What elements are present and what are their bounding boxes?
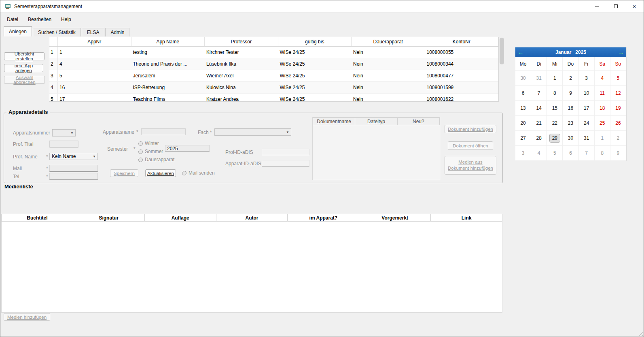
- calendar-day[interactable]: 19: [610, 100, 626, 116]
- calendar-day[interactable]: 5: [547, 145, 563, 161]
- media-column-header[interactable]: Auflage: [144, 214, 216, 222]
- media-column-header[interactable]: Link: [430, 214, 502, 222]
- apps-table-row[interactable]: 35JerusalemWiemer AxelWiSe 24/25Nein1008…: [49, 70, 498, 82]
- uebersicht-erstellen-button[interactable]: Übersicht erstellen: [4, 52, 44, 60]
- prof-name-combo[interactable]: Kein Name ▼: [49, 153, 98, 160]
- maximize-button[interactable]: [606, 0, 625, 12]
- semester-year-input[interactable]: [165, 145, 210, 152]
- dokument-oeffnen-button[interactable]: Dokument öffnen: [448, 141, 493, 150]
- apps-column-header[interactable]: App Name: [131, 37, 205, 46]
- calendar-day[interactable]: 1: [594, 130, 610, 146]
- calendar-day[interactable]: 26: [610, 115, 626, 131]
- apps-column-header[interactable]: AppNr: [58, 37, 131, 46]
- apps-column-header[interactable]: Professor: [205, 37, 278, 46]
- calendar-day[interactable]: 30: [515, 70, 531, 86]
- calendar-day[interactable]: 4: [531, 145, 547, 161]
- mail-senden-checkbox[interactable]: Mail senden: [182, 170, 215, 176]
- calendar-prev-button[interactable]: ←: [515, 47, 526, 57]
- apps-column-header[interactable]: Dauerapparat: [352, 37, 425, 46]
- calendar-day[interactable]: 17: [578, 100, 595, 116]
- speichern-button[interactable]: Speichern: [110, 169, 138, 177]
- apps-table-row[interactable]: 11testingKirchner TesterWiSe 24/25Nein10…: [49, 47, 498, 58]
- calendar-day[interactable]: 10: [578, 85, 595, 101]
- calendar-day[interactable]: 24: [578, 115, 595, 131]
- calendar-day[interactable]: 7: [578, 145, 595, 161]
- apps-table-row[interactable]: 517Teaching FilmsKratzer AndreaWiSe 24/2…: [49, 94, 498, 102]
- prof-id-adis-input[interactable]: [262, 149, 309, 155]
- calendar-day[interactable]: 2: [562, 70, 578, 86]
- calendar-day[interactable]: 15: [547, 100, 563, 116]
- winter-radio[interactable]: Winter: [138, 141, 159, 146]
- tel-input[interactable]: [49, 173, 98, 180]
- calendar-day[interactable]: 1: [547, 70, 563, 86]
- menu-help[interactable]: Help: [56, 15, 76, 24]
- calendar-day[interactable]: 13: [515, 100, 531, 116]
- media-column-header[interactable]: Signatur: [73, 214, 145, 222]
- minimize-button[interactable]: [588, 0, 606, 12]
- apps-table-row[interactable]: 416ISP-BetreuungKulovics NinaWiSe 24/25N…: [49, 82, 498, 94]
- menu-bearbeiten[interactable]: Bearbeiten: [23, 15, 56, 24]
- tab-admin[interactable]: Admin: [105, 28, 129, 36]
- calendar-day[interactable]: 28: [531, 130, 547, 146]
- calendar-day[interactable]: 16: [562, 100, 578, 116]
- calendar-year[interactable]: 2025: [575, 49, 586, 55]
- menu-datei[interactable]: Datei: [2, 15, 23, 24]
- aktualisieren-button[interactable]: Aktualisieren: [145, 169, 176, 177]
- calendar-day[interactable]: 29: [547, 130, 563, 146]
- apparatsname-input[interactable]: [141, 128, 186, 135]
- calendar-day[interactable]: 20: [515, 115, 531, 131]
- calendar-day[interactable]: 31: [578, 130, 595, 146]
- media-column-header[interactable]: Vorgemerkt: [359, 214, 431, 222]
- doc-column-dokumentname[interactable]: Dokumentname: [313, 117, 355, 125]
- close-button[interactable]: ×: [625, 0, 644, 12]
- medien-hinzufuegen-button[interactable]: Medien hinzufügen: [4, 313, 50, 321]
- apparat-id-adis-input[interactable]: [262, 160, 309, 166]
- calendar-day[interactable]: 22: [547, 115, 563, 131]
- media-column-header[interactable]: Autor: [216, 214, 288, 222]
- calendar-day[interactable]: 30: [562, 130, 578, 146]
- tab-anlegen[interactable]: Anlegen: [4, 26, 32, 36]
- calendar-day[interactable]: 2: [610, 130, 626, 146]
- calendar-day[interactable]: 31: [531, 70, 547, 86]
- calendar-day[interactable]: 21: [531, 115, 547, 131]
- calendar-next-button[interactable]: →: [616, 47, 626, 57]
- calendar-day[interactable]: 8: [547, 85, 563, 101]
- prof-titel-input[interactable]: [49, 141, 78, 147]
- calendar-day[interactable]: 3: [515, 145, 531, 161]
- calendar-day[interactable]: 23: [562, 115, 578, 131]
- calendar-day[interactable]: 9: [562, 85, 578, 101]
- apps-table-row[interactable]: 24Theorie und Praxis der ...Lüsebrink Il…: [49, 58, 498, 70]
- calendar-day[interactable]: 27: [515, 130, 531, 146]
- tab-elsa[interactable]: ELSA: [82, 28, 105, 36]
- calendar-day[interactable]: 5: [610, 70, 626, 86]
- calendar-day[interactable]: 3: [578, 70, 595, 86]
- apparatsnummer-combo[interactable]: ▼: [52, 129, 76, 137]
- calendar-day[interactable]: 4: [594, 70, 610, 86]
- dokument-hinzufuegen-button[interactable]: Dokument hinzufügen: [445, 125, 496, 133]
- neue-app-anlegen-button[interactable]: neu. App anlegen: [4, 64, 43, 72]
- sommer-radio[interactable]: Sommer: [138, 149, 163, 154]
- auswahl-abbrechen-button[interactable]: Auswahl abbrechen: [4, 76, 45, 84]
- media-column-header[interactable]: Buchtitel: [1, 214, 73, 222]
- calendar-day[interactable]: 25: [594, 115, 610, 131]
- tab-suchen-statistik[interactable]: Suchen / Statistik: [33, 28, 81, 36]
- apps-column-header[interactable]: gültig bis: [278, 37, 352, 46]
- apps-table-scrollbar[interactable]: [499, 37, 505, 102]
- calendar-day[interactable]: 14: [531, 100, 547, 116]
- doc-column-dateityp[interactable]: Dateityp: [355, 117, 397, 125]
- calendar-day[interactable]: 6: [515, 85, 531, 101]
- mail-input[interactable]: [49, 165, 98, 172]
- calendar-day[interactable]: 9: [610, 145, 626, 161]
- media-column-header[interactable]: im Apparat?: [287, 214, 359, 222]
- apps-column-header[interactable]: KontoNr: [425, 37, 499, 46]
- calendar-month[interactable]: Januar: [555, 49, 571, 55]
- doc-column-neu[interactable]: Neu?: [397, 117, 440, 125]
- calendar-day[interactable]: 7: [531, 85, 547, 101]
- resize-grip[interactable]: [638, 331, 643, 336]
- scrollbar-thumb[interactable]: [500, 38, 504, 64]
- calendar-day[interactable]: 6: [562, 145, 578, 161]
- dauerapparat-radio[interactable]: Dauerapparat: [138, 157, 174, 162]
- calendar-day[interactable]: 8: [594, 145, 610, 161]
- calendar-day[interactable]: 11: [594, 85, 610, 101]
- calendar-day[interactable]: 18: [594, 100, 610, 116]
